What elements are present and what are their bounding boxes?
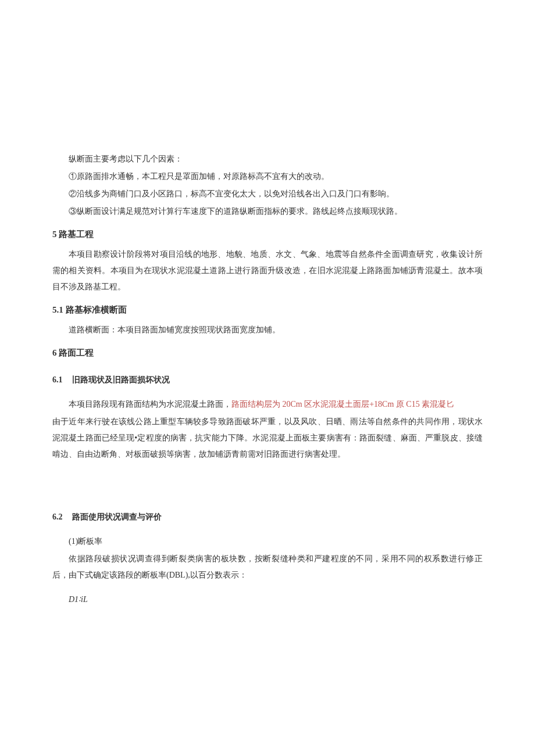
section-5-para-1-text: 本项目勘察设计阶段将对项目沿线的地形、地貌、地质、水文、气象、地震等自然条件全面… (52, 250, 483, 291)
section-6-1-para-1-prefix: 本项目路段现有路面结构为水泥混凝土路面， (69, 400, 231, 409)
document-page: 纵断面主要考虑以下几个因素： ①原路面排水通畅，本工程只是罩面加铺，对原路标高不… (52, 58, 483, 608)
section-6-1-title-text: 旧路现状及旧路面损坏状况 (72, 375, 170, 384)
intro-lead: 纵断面主要考虑以下几个因素： (52, 151, 483, 167)
intro-item-3: ③纵断面设计满足规范对计算行车速度下的道路纵断面指标的要求。路线起终点接顺现状路… (52, 203, 483, 220)
section-5-para-1: 本项目勘察设计阶段将对项目沿线的地形、地貌、地质、水文、气象、地震等自然条件全面… (52, 246, 483, 295)
section-6-2-title-text: 路面使用状况调查与评价 (72, 513, 162, 521)
section-6-title: 6 路面工程 (52, 344, 483, 361)
section-5-title: 5 路基工程 (52, 225, 483, 243)
intro-item-1-text: ①原路面排水通畅，本工程只是罩面加铺，对原路标高不宜有大的改动。 (69, 172, 329, 181)
section-6-2-formula: D1∶iL (52, 592, 483, 608)
section-5-1-para-1: 道路横断面：本项目路面加铺宽度按照现状路面宽度加铺。 (52, 322, 483, 338)
section-6-2-formula-text: D1∶iL (69, 595, 88, 604)
section-5-1-para-1-text: 道路横断面：本项目路面加铺宽度按照现状路面宽度加铺。 (69, 325, 280, 334)
section-6-1-para-2: 由于近年来行驶在该线公路上重型车辆较多导致路面破坏严重，以及风吹、日晒、雨法等自… (52, 414, 483, 463)
intro-item-3-text: ③纵断面设计满足规范对计算行车速度下的道路纵断面指标的要求。路线起终点接顺现状路… (69, 207, 402, 216)
intro-item-1: ①原路面排水通畅，本工程只是罩面加铺，对原路标高不宜有大的改动。 (52, 169, 483, 185)
section-6-2-para-1: 依据路段破损状况调查得到断裂类病害的板块数，按断裂缝种类和严建程度的不同，采用不… (52, 551, 483, 583)
intro-item-2: ②沿线多为商铺门口及小区路口，标高不宜变化太大，以免对沿线各出入口及门口有影响。 (52, 186, 483, 202)
section-5-1-title: 5.1 路基标准横断面 (52, 301, 483, 318)
intro-lead-text: 纵断面主要考虑以下几个因素： (69, 155, 183, 163)
section-6-2-title: 6.2路面使用状况调查与评价 (52, 509, 483, 525)
section-6-1-num: 6.1 (52, 375, 63, 384)
section-6-2-num: 6.2 (52, 513, 63, 521)
section-6-2-para-1-text: 依据路段破损状况调查得到断裂类病害的板块数，按断裂缝种类和严建程度的不同，采用不… (52, 554, 483, 579)
section-6-2-item-1-label: (1)断板率 (69, 537, 102, 546)
spacer (52, 464, 483, 499)
section-6-1-para-1: 本项目路段现有路面结构为水泥混凝土路面，路面结构层为 20Cm 区水泥混凝土面层… (52, 396, 483, 413)
section-6-1-para-1-highlight: 路面结构层为 20Cm 区水泥混凝土面层+18Cm 原 C15 素混凝匕 (231, 400, 454, 409)
section-6-2-item-1: (1)断板率 (52, 533, 483, 550)
section-5-title-text: 5 路基工程 (52, 230, 94, 239)
section-6-1-para-2-text: 由于近年来行驶在该线公路上重型车辆较多导致路面破坏严重，以及风吹、日晒、雨法等自… (52, 417, 483, 458)
section-6-title-text: 6 路面工程 (52, 348, 94, 357)
intro-item-2-text: ②沿线多为商铺门口及小区路口，标高不宜变化太大，以免对沿线各出入口及门口有影响。 (69, 189, 394, 198)
section-5-1-title-text: 5.1 路基标准横断面 (52, 305, 127, 314)
section-6-1-title: 6.1旧路现状及旧路面损坏状况 (52, 372, 483, 388)
